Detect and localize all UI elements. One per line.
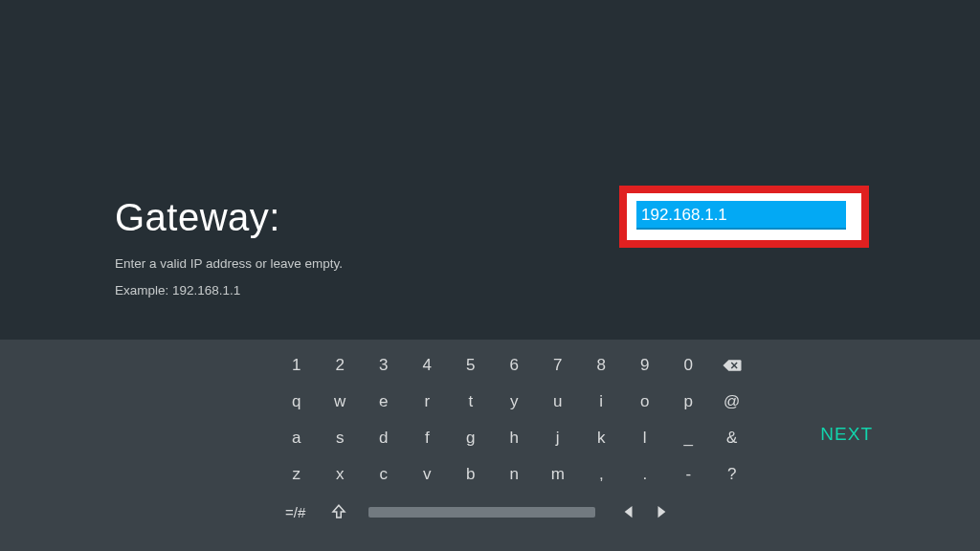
key-e[interactable]: e — [362, 385, 406, 419]
input-field-container: 192.168.1.1 — [627, 193, 861, 240]
key-5[interactable]: 5 — [449, 348, 493, 383]
key-u[interactable]: u — [536, 385, 580, 419]
key-0[interactable]: 0 — [667, 348, 711, 383]
key-7[interactable]: 7 — [536, 348, 580, 383]
key-w[interactable]: w — [319, 385, 363, 419]
input-highlight-frame: 192.168.1.1 — [619, 186, 869, 248]
onscreen-keyboard: 1234567890 qwertyuiop@ asdfghjkl_& zxcvb… — [0, 340, 980, 551]
shift-key[interactable] — [318, 495, 362, 529]
key-6[interactable]: 6 — [493, 348, 537, 383]
space-key[interactable] — [368, 507, 595, 518]
key-a[interactable]: a — [275, 421, 319, 455]
next-button[interactable]: NEXT — [820, 424, 873, 445]
key-2[interactable]: 2 — [319, 348, 363, 383]
key-8[interactable]: 8 — [580, 348, 624, 383]
key-p[interactable]: p — [667, 385, 711, 419]
key-f[interactable]: f — [406, 421, 450, 455]
cursor-right-key[interactable] — [655, 504, 668, 519]
cursor-left-key[interactable] — [622, 504, 635, 519]
key-.[interactable]: . — [623, 457, 667, 492]
key-,[interactable]: , — [580, 457, 624, 492]
key-x[interactable]: x — [319, 457, 363, 492]
key-q[interactable]: q — [275, 385, 319, 419]
key-&[interactable]: & — [710, 421, 754, 455]
key-s[interactable]: s — [319, 421, 363, 455]
key-k[interactable]: k — [580, 421, 624, 455]
backspace-key[interactable] — [710, 348, 754, 383]
key-h[interactable]: h — [493, 421, 537, 455]
key-_[interactable]: _ — [667, 421, 711, 455]
key-t[interactable]: t — [449, 385, 493, 419]
key-?[interactable]: ? — [710, 457, 754, 492]
key-v[interactable]: v — [406, 457, 450, 492]
key-y[interactable]: y — [493, 385, 537, 419]
key-@[interactable]: @ — [710, 385, 754, 419]
key-n[interactable]: n — [493, 457, 537, 492]
key-l[interactable]: l — [623, 421, 667, 455]
key-r[interactable]: r — [406, 385, 450, 419]
key-3[interactable]: 3 — [362, 348, 406, 383]
page-title: Gateway: — [115, 196, 280, 239]
key-i[interactable]: i — [580, 385, 624, 419]
symbols-toggle-key[interactable]: =/# — [274, 495, 318, 529]
key-d[interactable]: d — [362, 421, 406, 455]
key-z[interactable]: z — [275, 457, 319, 492]
key-j[interactable]: j — [536, 421, 580, 455]
key-g[interactable]: g — [449, 421, 493, 455]
key-1[interactable]: 1 — [275, 348, 319, 383]
key-m[interactable]: m — [536, 457, 580, 492]
hint-text-2: Example: 192.168.1.1 — [115, 283, 240, 298]
key-b[interactable]: b — [449, 457, 493, 492]
key-c[interactable]: c — [362, 457, 406, 492]
key-9[interactable]: 9 — [623, 348, 667, 383]
key-o[interactable]: o — [623, 385, 667, 419]
hint-text-1: Enter a valid IP address or leave empty. — [115, 256, 343, 271]
key--[interactable]: - — [667, 457, 711, 492]
gateway-input[interactable]: 192.168.1.1 — [636, 201, 846, 230]
key-4[interactable]: 4 — [406, 348, 450, 383]
